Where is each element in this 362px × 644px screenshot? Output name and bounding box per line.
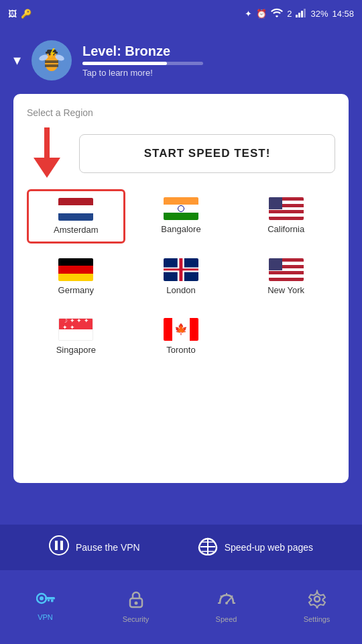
nav-item-speed[interactable]: Speed xyxy=(181,590,272,623)
region-name-toronto: Toronto xyxy=(166,345,195,355)
alarm-icon: ⏰ xyxy=(256,9,267,19)
nav-label-settings: Settings xyxy=(304,615,330,623)
svg-marker-17 xyxy=(34,158,60,178)
region-name-new-york: New York xyxy=(267,285,304,295)
region-toronto[interactable]: 🍁 Toronto xyxy=(132,310,231,363)
svg-line-35 xyxy=(221,596,222,597)
svg-rect-19 xyxy=(55,541,58,550)
signal-bars-icon xyxy=(296,8,306,19)
svg-point-18 xyxy=(50,536,68,555)
select-region-label: Select a Region xyxy=(27,107,335,118)
svg-point-31 xyxy=(134,602,137,605)
nav-item-settings[interactable]: Settings xyxy=(272,590,362,623)
bluetooth-icon: ✦ xyxy=(245,9,252,19)
sim-icon: 2 xyxy=(287,9,292,19)
key-status-icon: 🔑 xyxy=(21,9,32,19)
region-name-london: London xyxy=(166,285,195,295)
pause-vpn-label: Pause the VPN xyxy=(76,542,140,553)
region-name-bangalore: Bangalore xyxy=(161,224,200,234)
region-grid: Amsterdam Bangalore xyxy=(27,189,335,363)
main-card: Select a Region START SPEED TEST! Ams xyxy=(13,94,349,483)
flag-us-california xyxy=(269,197,304,220)
level-progress-bar xyxy=(82,62,203,65)
level-text: Level: Bronze xyxy=(82,44,203,59)
flag-singapore: ☽ ✦ ✦ ✦ ✦ ✦ xyxy=(58,318,93,341)
region-name-california: California xyxy=(267,224,304,234)
flag-germany xyxy=(58,258,93,281)
svg-rect-29 xyxy=(48,600,50,602)
avatar xyxy=(32,40,72,80)
region-germany[interactable]: Germany xyxy=(27,250,125,303)
pause-vpn-button[interactable]: Pause the VPN xyxy=(49,535,140,559)
nav-item-security[interactable]: Security xyxy=(90,590,181,623)
lock-nav-icon xyxy=(129,590,143,612)
region-name-amsterdam: Amsterdam xyxy=(54,225,98,235)
red-arrow-icon xyxy=(27,127,67,181)
flag-uk xyxy=(164,258,198,281)
header: ▾ xyxy=(0,27,362,94)
region-bangalore[interactable]: Bangalore xyxy=(132,189,231,244)
gear-nav-icon xyxy=(308,590,326,612)
svg-line-36 xyxy=(231,596,233,597)
svg-rect-27 xyxy=(45,597,55,600)
svg-point-26 xyxy=(40,596,44,600)
chevron-down-icon[interactable]: ▾ xyxy=(13,52,21,69)
level-bar-fill xyxy=(82,62,167,65)
nav-label-security: Security xyxy=(123,615,149,623)
clock: 14:58 xyxy=(332,9,354,19)
action-bar: Pause the VPN Speed-up web pages xyxy=(0,525,362,570)
bottom-nav: VPN Security Speed xyxy=(0,570,362,644)
wifi-icon xyxy=(271,8,283,19)
speed-up-button[interactable]: Speed-up web pages xyxy=(198,535,313,559)
region-california[interactable]: California xyxy=(237,189,335,244)
svg-rect-3 xyxy=(304,9,306,17)
svg-rect-20 xyxy=(60,541,63,550)
arrow-annotation: START SPEED TEST! xyxy=(27,127,335,186)
flag-india xyxy=(164,197,198,220)
svg-rect-28 xyxy=(51,600,54,602)
pause-icon xyxy=(49,535,69,559)
status-bar: 🖼 🔑 ✦ ⏰ 2 32% 14:58 xyxy=(0,0,362,27)
header-info: Level: Bronze Tap to learn more! xyxy=(82,44,203,78)
svg-point-38 xyxy=(225,602,228,604)
nav-item-vpn[interactable]: VPN xyxy=(0,592,90,621)
region-name-germany: Germany xyxy=(58,285,94,295)
speed-nav-icon xyxy=(217,590,236,612)
svg-rect-2 xyxy=(301,11,303,17)
nav-label-vpn: VPN xyxy=(38,613,53,621)
battery-level: 32% xyxy=(310,9,328,19)
svg-rect-7 xyxy=(45,64,58,67)
region-singapore[interactable]: ☽ ✦ ✦ ✦ ✦ ✦ Singapore xyxy=(27,310,125,363)
region-new-york[interactable]: New York xyxy=(237,250,335,303)
region-london[interactable]: London xyxy=(132,250,231,303)
speed-test-button[interactable]: START SPEED TEST! xyxy=(79,134,335,173)
speed-up-icon xyxy=(198,535,218,559)
tap-learn-text: Tap to learn more! xyxy=(82,68,203,78)
flag-us-newyork xyxy=(269,258,304,281)
svg-rect-1 xyxy=(298,13,300,17)
region-name-singapore: Singapore xyxy=(56,345,96,355)
svg-point-39 xyxy=(314,596,320,602)
svg-rect-0 xyxy=(296,15,298,17)
speed-up-label: Speed-up web pages xyxy=(225,542,313,553)
flag-netherlands xyxy=(58,198,93,221)
nav-label-speed: Speed xyxy=(216,615,237,623)
svg-rect-6 xyxy=(45,60,58,63)
gallery-icon: 🖼 xyxy=(8,9,17,19)
flag-canada: 🍁 xyxy=(164,318,198,341)
region-amsterdam[interactable]: Amsterdam xyxy=(27,189,125,244)
key-nav-icon xyxy=(36,592,55,610)
maple-leaf-icon: 🍁 xyxy=(174,324,188,335)
